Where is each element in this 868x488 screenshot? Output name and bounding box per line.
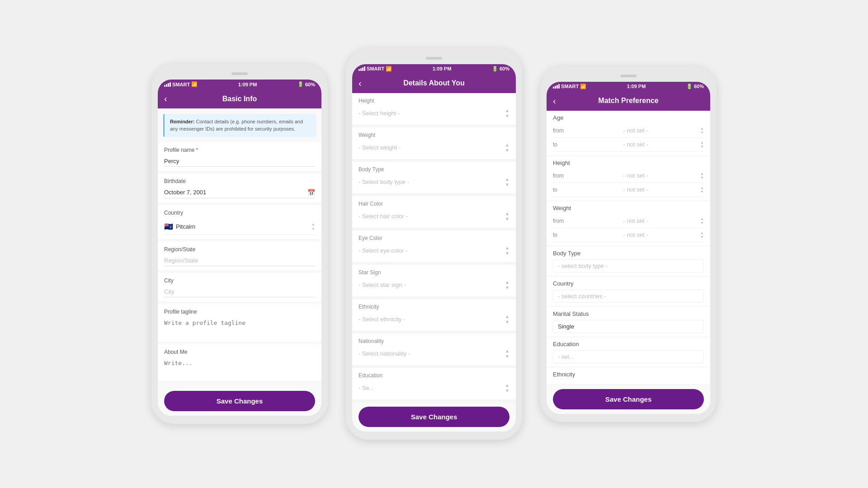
- age-to-key: to: [553, 141, 571, 148]
- ethnicity-down[interactable]: ▼: [505, 320, 509, 324]
- age-section: Age from - not set - ▲ ▼ to - not set -: [547, 111, 710, 156]
- wifi-icon-2: 📶: [386, 66, 392, 72]
- country-select[interactable]: 🇵🇳 Pitcairn ▲ ▼: [164, 219, 315, 235]
- education-down-2[interactable]: ▼: [505, 389, 509, 393]
- bodytype-select[interactable]: - Select body type - ▲ ▼: [359, 175, 509, 189]
- about-section: About Me: [158, 344, 321, 382]
- height-up[interactable]: ▲: [505, 108, 509, 113]
- weight-from-row: from - not set - ▲ ▼: [553, 214, 704, 228]
- height-to-value: - not set -: [571, 186, 700, 193]
- nationality-up[interactable]: ▲: [505, 349, 509, 353]
- bodytype-up[interactable]: ▲: [505, 177, 509, 182]
- tagline-label: Profile tagline: [164, 309, 315, 315]
- carrier-2: SMART: [367, 66, 384, 71]
- ethnicity-up[interactable]: ▲: [505, 314, 509, 319]
- marital-select[interactable]: Single: [553, 320, 704, 333]
- reminder-box: Reminder: Contact details (e.g. phone nu…: [163, 114, 316, 137]
- height-down[interactable]: ▼: [505, 114, 509, 118]
- reminder-bold: Reminder:: [170, 119, 194, 124]
- signal-bar: [557, 85, 558, 89]
- status-right-3: 🔋 60%: [686, 84, 704, 89]
- status-bar-1: SMART 📶 1:09 PM 🔋 60%: [158, 80, 321, 89]
- country-pref-value: - select countries -: [558, 293, 606, 300]
- weight-up[interactable]: ▲: [505, 143, 509, 147]
- age-from-arrows: ▲ ▼: [700, 127, 704, 135]
- eyecolor-arrows: ▲ ▼: [505, 246, 509, 256]
- screens-container: SMART 📶 1:09 PM 🔋 60% ‹ Basic Info Remin…: [151, 49, 717, 440]
- screen-content-2: Height - Select height - ▲ ▼ Weight - Se…: [352, 93, 516, 432]
- height-select[interactable]: - Select height - ▲ ▼: [359, 107, 509, 120]
- weight-down[interactable]: ▼: [505, 148, 509, 153]
- save-button-2[interactable]: Save Changes: [359, 407, 509, 427]
- about-textarea[interactable]: [164, 358, 315, 375]
- phone-top-button-2: [426, 57, 442, 60]
- battery-pct-3: 60%: [694, 84, 704, 89]
- ethnicity-section: Ethnicity - Select ethnicity - ▲ ▼: [352, 299, 516, 333]
- education-select-2[interactable]: - Se... ▲ ▼: [359, 381, 509, 395]
- wifi-icon-3: 📶: [580, 84, 586, 89]
- weight-label: Weight: [359, 132, 509, 138]
- city-input[interactable]: [164, 286, 315, 297]
- signal-bar: [362, 67, 363, 71]
- haircolor-value: - Select hair color -: [359, 213, 408, 220]
- haircolor-down[interactable]: ▼: [505, 217, 509, 221]
- required-star: *: [196, 147, 198, 153]
- marital-section: Marital Status Single: [547, 307, 710, 337]
- bodytype-down[interactable]: ▼: [505, 183, 509, 187]
- nationality-down[interactable]: ▼: [505, 354, 509, 359]
- screen-title-1: Basic Info: [222, 95, 257, 103]
- birthdate-input[interactable]: [164, 189, 307, 196]
- age-label: Age: [553, 114, 704, 121]
- bodytype-pref-select[interactable]: - select body type -: [553, 259, 704, 272]
- eyecolor-up[interactable]: ▲: [505, 246, 509, 250]
- weight-select[interactable]: - Select weight - ▲ ▼: [359, 141, 509, 155]
- haircolor-arrows: ▲ ▼: [505, 211, 509, 221]
- eyecolor-down[interactable]: ▼: [505, 251, 509, 256]
- eyecolor-section: Eye Color - Select eye color - ▲ ▼: [352, 230, 516, 265]
- phone-2: SMART 📶 1:09 PM 🔋 60% ‹ Details About Yo…: [346, 49, 522, 440]
- back-button-1[interactable]: ‹: [164, 94, 167, 104]
- education-up-2[interactable]: ▲: [505, 383, 509, 388]
- tagline-textarea[interactable]: [164, 318, 315, 336]
- region-input[interactable]: [164, 255, 315, 266]
- haircolor-select[interactable]: - Select hair color - ▲ ▼: [359, 210, 509, 223]
- nationality-select[interactable]: - Select nationality - ▲ ▼: [359, 347, 509, 361]
- bodytype-section: Body Type - Select body type - ▲ ▼: [352, 162, 516, 196]
- starsign-select[interactable]: - Select star sign - ▲ ▼: [359, 278, 509, 292]
- city-section: City: [158, 273, 321, 302]
- eyecolor-select[interactable]: - Select eye color - ▲ ▼: [359, 244, 509, 258]
- save-button-3[interactable]: Save Changes: [553, 389, 704, 409]
- profile-name-input[interactable]: [164, 156, 315, 167]
- education-value-2: - Se...: [359, 385, 374, 391]
- weight-from-key: from: [553, 218, 571, 224]
- save-button-1[interactable]: Save Changes: [164, 391, 315, 411]
- country-section: Country 🇵🇳 Pitcairn ▲ ▼: [158, 205, 321, 240]
- education-pref-select[interactable]: - sel...: [553, 350, 704, 363]
- weight-value: - Select weight -: [359, 144, 401, 151]
- starsign-up[interactable]: ▲: [505, 280, 509, 285]
- status-left-1: SMART 📶: [164, 81, 198, 87]
- battery-icon-1: 🔋: [297, 81, 304, 87]
- haircolor-up[interactable]: ▲: [505, 211, 509, 216]
- battery-pct-1: 60%: [305, 82, 315, 87]
- bodytype-pref-value: - select body type -: [558, 263, 608, 269]
- height-arrows: ▲ ▼: [505, 108, 509, 118]
- marital-value: Single: [558, 323, 574, 330]
- country-pref-select[interactable]: - select countries -: [553, 290, 704, 303]
- back-button-2[interactable]: ‹: [359, 78, 362, 89]
- weight-section: Weight - Select weight - ▲ ▼: [352, 127, 516, 162]
- education-label-2: Education: [359, 372, 509, 379]
- nav-bar-3: ‹ Match Preference: [547, 91, 710, 111]
- back-button-3[interactable]: ‹: [553, 96, 556, 106]
- signal-bar: [553, 87, 554, 89]
- education-section-2: Education - Se... ▲ ▼: [352, 368, 516, 402]
- height-from-arrows: ▲ ▼: [700, 172, 704, 180]
- age-from-key: from: [553, 127, 571, 134]
- carrier-1: SMART: [172, 82, 190, 87]
- age-from-value: - not set -: [571, 127, 700, 134]
- calendar-icon: 📅: [307, 189, 315, 196]
- country-flag: 🇵🇳: [164, 222, 173, 231]
- starsign-down[interactable]: ▼: [505, 286, 509, 290]
- phone-1: SMART 📶 1:09 PM 🔋 60% ‹ Basic Info Remin…: [151, 64, 328, 424]
- ethnicity-select[interactable]: - Select ethnicity - ▲ ▼: [359, 313, 509, 326]
